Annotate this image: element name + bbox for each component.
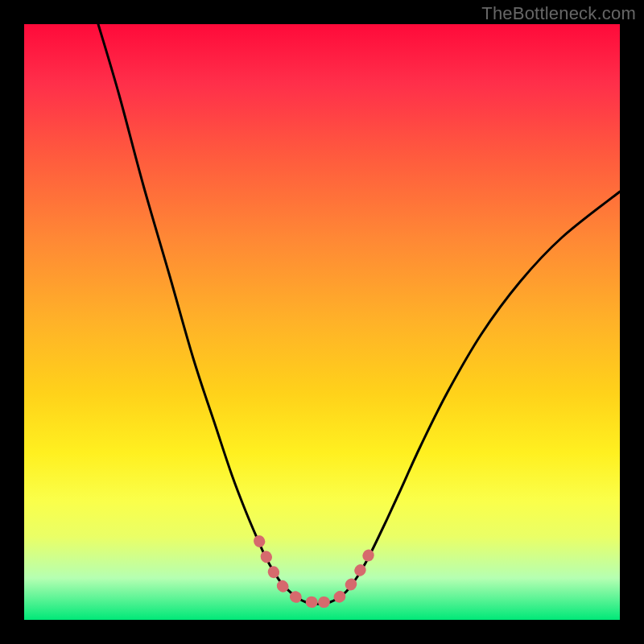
bottleneck-curve bbox=[98, 24, 620, 604]
plot-area bbox=[24, 24, 620, 620]
watermark-text: TheBottleneck.com bbox=[481, 3, 636, 24]
highlight-right-segment bbox=[324, 548, 372, 602]
chart-svg bbox=[24, 24, 620, 620]
outer-frame: TheBottleneck.com bbox=[0, 0, 644, 644]
